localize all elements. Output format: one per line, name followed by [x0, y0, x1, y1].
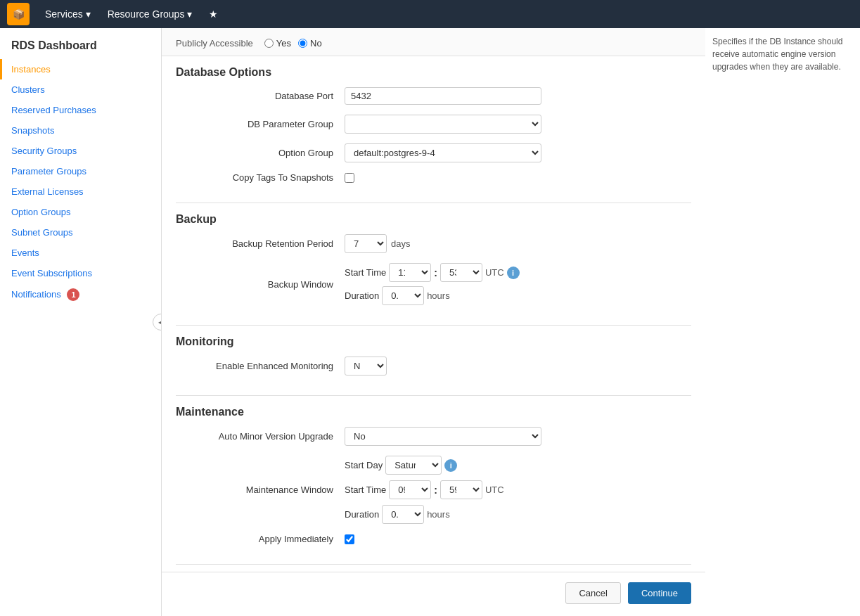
sidebar-title: RDS Dashboard	[0, 28, 161, 59]
apply-immediately-label: Apply Immediately	[176, 534, 345, 544]
cancel-button[interactable]: Cancel	[565, 582, 620, 604]
option-group-label: Option Group	[176, 148, 345, 158]
sidebar-item-subnet[interactable]: Subnet Groups	[0, 222, 161, 243]
backup-title: Backup	[176, 203, 691, 233]
backup-duration-label: Duration	[345, 290, 379, 301]
publicly-accessible-radio-group: Yes No	[264, 38, 322, 49]
sidebar-item-notifications[interactable]: Notifications 1	[0, 283, 161, 306]
maint-duration-label: Duration	[345, 509, 379, 520]
option-group-select[interactable]: default:postgres-9-4	[345, 143, 541, 162]
database-port-input[interactable]	[345, 87, 541, 105]
notifications-link[interactable]: Notifications 1	[0, 283, 161, 306]
maint-start-day-select[interactable]: Saturday Sunday Monday	[385, 456, 442, 475]
star-icon: ★	[209, 8, 218, 20]
continue-button[interactable]: Continue	[628, 582, 691, 604]
maint-start-time-label: Start Time	[345, 485, 386, 495]
copy-tags-label: Copy Tags To Snapshots	[176, 172, 345, 183]
sidebar-item-licenses[interactable]: External Licenses	[0, 181, 161, 202]
backup-window-row: Backup Window Start Time 11 :	[176, 262, 691, 307]
security-link[interactable]: Security Groups	[0, 141, 161, 161]
subnet-link[interactable]: Subnet Groups	[0, 222, 161, 243]
aws-logo: 📦	[7, 3, 30, 25]
reserved-link[interactable]: Reserved Purchases	[0, 100, 161, 120]
enhanced-monitoring-row: Enable Enhanced Monitoring No Yes	[176, 355, 691, 377]
event-subs-link[interactable]: Event Subscriptions	[0, 263, 161, 283]
publicly-accessible-yes-radio[interactable]	[264, 39, 274, 48]
sidebar-item-params[interactable]: Parameter Groups	[0, 161, 161, 181]
db-parameter-group-select[interactable]	[345, 115, 541, 134]
maintenance-window-info-icon[interactable]: i	[444, 459, 457, 472]
backup-utc-label: UTC	[485, 267, 504, 278]
backup-retention-label: Backup Retention Period	[176, 238, 345, 249]
tooltip-text: Specifies if the DB Instance should rece…	[712, 35, 853, 73]
database-port-label: Database Port	[176, 91, 345, 101]
copy-tags-row: Copy Tags To Snapshots	[176, 171, 691, 184]
backup-section: Backup Backup Retention Period 7 days Ba…	[176, 203, 691, 326]
db-parameter-group-label: DB Parameter Group	[176, 119, 345, 129]
sidebar-item-security[interactable]: Security Groups	[0, 141, 161, 161]
instances-link[interactable]: Instances	[0, 59, 161, 79]
sidebar-item-event-subs[interactable]: Event Subscriptions	[0, 263, 161, 283]
monitoring-section: Monitoring Enable Enhanced Monitoring No…	[176, 326, 691, 396]
maintenance-window-row: Maintenance Window Start Day Saturday Su…	[176, 454, 691, 525]
backup-hours-label: hours	[427, 290, 450, 301]
sidebar: RDS Dashboard Instances Clusters Reserve…	[0, 28, 162, 616]
options-link[interactable]: Option Groups	[0, 202, 161, 222]
backup-retention-select[interactable]: 7	[345, 234, 387, 253]
backup-time-colon: :	[434, 267, 437, 278]
sidebar-item-instances[interactable]: Instances	[0, 59, 161, 79]
publicly-accessible-row: Publicly Accessible Yes No	[162, 28, 705, 56]
services-menu[interactable]: Services ▾	[37, 0, 99, 28]
copy-tags-checkbox[interactable]	[345, 173, 354, 183]
option-group-row: Option Group default:postgres-9-4	[176, 142, 691, 164]
publicly-accessible-yes-label[interactable]: Yes	[264, 38, 291, 49]
publicly-accessible-no-radio[interactable]	[298, 39, 307, 48]
services-label: Services	[45, 8, 83, 20]
snapshots-link[interactable]: Snapshots	[0, 120, 161, 141]
notifications-badge: 1	[67, 288, 79, 301]
auto-minor-upgrade-select[interactable]: No Yes	[345, 427, 541, 446]
backup-duration-select[interactable]: 0.5	[382, 286, 424, 305]
star-button[interactable]: ★	[200, 0, 226, 28]
apply-immediately-checkbox[interactable]	[345, 534, 354, 544]
licenses-link[interactable]: External Licenses	[0, 181, 161, 202]
maint-hours-label: hours	[427, 509, 450, 520]
auto-minor-upgrade-label: Auto Minor Version Upgrade	[176, 431, 345, 442]
events-link[interactable]: Events	[0, 243, 161, 263]
enhanced-monitoring-label: Enable Enhanced Monitoring	[176, 361, 345, 371]
backup-start-min-select[interactable]: 53	[440, 263, 482, 282]
sidebar-item-snapshots[interactable]: Snapshots	[0, 120, 161, 141]
clusters-link[interactable]: Clusters	[0, 79, 161, 100]
days-label: days	[391, 238, 410, 249]
publicly-accessible-label: Publicly Accessible	[176, 38, 253, 49]
maint-utc-label: UTC	[485, 485, 504, 495]
sidebar-collapse-button[interactable]: ◀	[153, 314, 162, 331]
maint-start-min-select[interactable]: 59	[440, 480, 482, 499]
backup-start-time-label: Start Time	[345, 267, 386, 278]
params-link[interactable]: Parameter Groups	[0, 161, 161, 181]
apply-immediately-row: Apply Immediately	[176, 532, 691, 546]
backup-window-info-icon[interactable]: i	[507, 267, 520, 279]
top-nav: 📦 Services ▾ Resource Groups ▾ ★	[0, 0, 860, 28]
auto-minor-upgrade-row: Auto Minor Version Upgrade No Yes	[176, 425, 691, 447]
maint-duration-select[interactable]: 0.5	[382, 505, 424, 524]
sidebar-nav: Instances Clusters Reserved Purchases Sn…	[0, 59, 161, 306]
sidebar-item-clusters[interactable]: Clusters	[0, 79, 161, 100]
maint-start-hour-select[interactable]: 09	[389, 480, 431, 499]
backup-start-hour-select[interactable]: 11	[389, 263, 431, 282]
tooltip-panel: Specifies if the DB Instance should rece…	[705, 28, 860, 616]
resource-groups-menu[interactable]: Resource Groups ▾	[99, 0, 201, 28]
maint-time-colon: :	[434, 485, 437, 496]
sidebar-item-events[interactable]: Events	[0, 243, 161, 263]
maintenance-window-label: Maintenance Window	[176, 485, 345, 495]
database-options-title: Database Options	[176, 56, 691, 86]
sidebar-item-options[interactable]: Option Groups	[0, 202, 161, 222]
database-options-section: Database Options Database Port DB Parame…	[176, 56, 691, 203]
resource-groups-arrow: ▾	[187, 8, 192, 20]
maintenance-section: Maintenance Auto Minor Version Upgrade N…	[176, 396, 691, 565]
db-parameter-group-row: DB Parameter Group	[176, 113, 691, 135]
sidebar-item-reserved[interactable]: Reserved Purchases	[0, 100, 161, 120]
enhanced-monitoring-select[interactable]: No Yes	[345, 357, 387, 376]
bottom-bar: Cancel Continue	[162, 572, 705, 614]
publicly-accessible-no-label[interactable]: No	[298, 38, 322, 49]
